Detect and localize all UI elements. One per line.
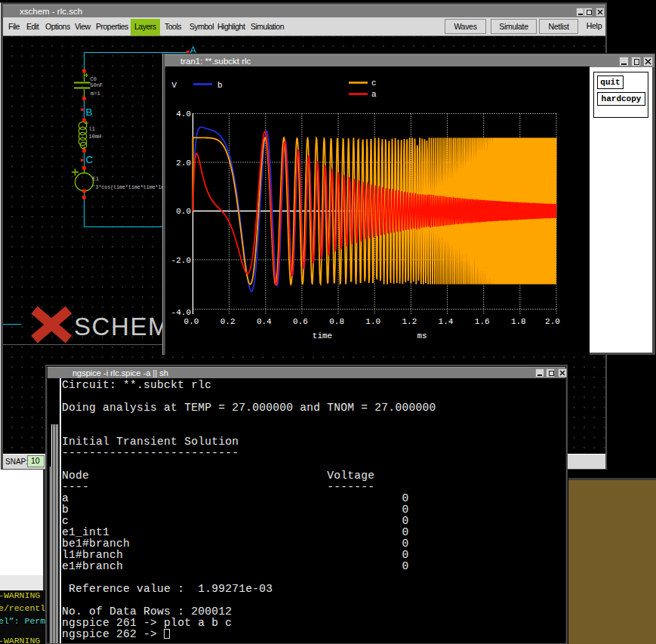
svg-text:SCHEM: SCHEM <box>74 313 170 340</box>
svg-text:2.0: 2.0 <box>176 159 191 168</box>
svg-text:0.6: 0.6 <box>293 317 308 326</box>
svg-text:10mH: 10mH <box>89 134 102 140</box>
svg-text:1.4: 1.4 <box>439 317 454 326</box>
svg-text:2.0: 2.0 <box>545 317 560 326</box>
svg-text:C: C <box>86 154 94 165</box>
svg-text:0.8: 0.8 <box>329 317 344 326</box>
svg-text:B: B <box>86 106 93 118</box>
svg-text:a: a <box>371 90 377 99</box>
svg-text:l1: l1 <box>89 126 95 132</box>
svg-text:b: b <box>217 81 223 90</box>
svg-text:1.8: 1.8 <box>511 317 526 326</box>
svg-text:1.0: 1.0 <box>365 317 380 326</box>
svg-text:1.6: 1.6 <box>475 317 490 326</box>
svg-text:-4.0: -4.0 <box>171 308 191 317</box>
svg-text:0.0: 0.0 <box>184 317 199 326</box>
svg-text:ms: ms <box>417 331 427 340</box>
svg-text:0.4: 0.4 <box>257 317 272 326</box>
svg-text:50nF: 50nF <box>91 82 103 88</box>
svg-text:0.2: 0.2 <box>220 317 236 326</box>
svg-text:time: time <box>313 331 332 340</box>
svg-text:0.0: 0.0 <box>176 207 191 216</box>
svg-text:4.0: 4.0 <box>176 109 191 119</box>
svg-text:1.2: 1.2 <box>402 317 417 326</box>
svg-text:-2.0: -2.0 <box>171 256 191 265</box>
svg-text:E1: E1 <box>93 176 99 182</box>
svg-text:m=1: m=1 <box>91 91 100 97</box>
svg-text:c: c <box>371 79 377 88</box>
svg-text:V: V <box>172 81 177 90</box>
